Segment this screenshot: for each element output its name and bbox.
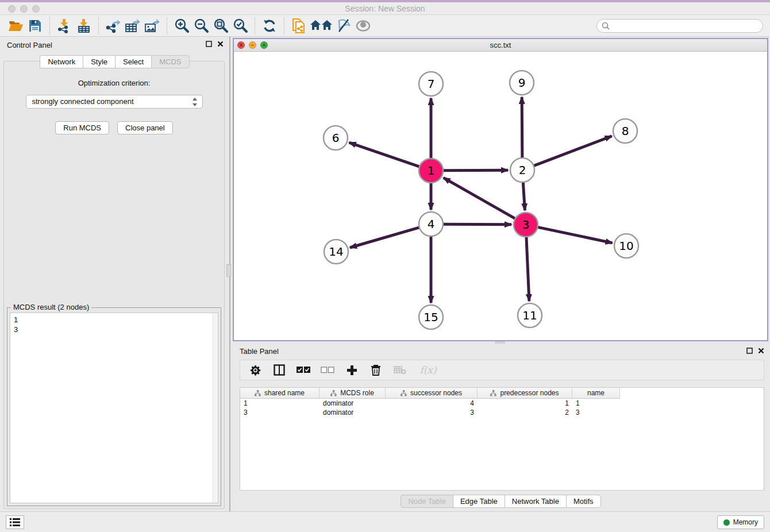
network-canvas[interactable]: 7968124314101511 bbox=[234, 52, 767, 340]
export-table-icon[interactable] bbox=[123, 17, 143, 35]
node-table[interactable]: shared nameMCDS rolesuccessor nodesprede… bbox=[240, 387, 764, 491]
open-session-icon[interactable] bbox=[6, 17, 25, 35]
table-row[interactable]: 3dominator323 bbox=[240, 408, 764, 417]
close-panel-button[interactable]: Close panel bbox=[117, 121, 173, 134]
memory-button[interactable]: Memory bbox=[717, 515, 764, 529]
mcds-result-textarea[interactable]: 1 3 bbox=[10, 313, 218, 503]
network-view-window: × − + scc.txt 7968124314101511 bbox=[233, 38, 768, 341]
network-window-title: scc.txt bbox=[234, 41, 767, 49]
edge-4-14[interactable] bbox=[350, 228, 419, 248]
column-header-label: shared name bbox=[264, 389, 305, 397]
network-window-titlebar[interactable]: × − + scc.txt bbox=[234, 39, 767, 52]
show-all-icon[interactable] bbox=[353, 17, 373, 35]
node-label-3: 3 bbox=[522, 218, 530, 232]
table-tab-edge-table[interactable]: Edge Table bbox=[453, 495, 505, 508]
table-cell[interactable]: 1 bbox=[478, 399, 572, 408]
criterion-select[interactable]: strongly connected component bbox=[26, 95, 203, 109]
float-table-panel-icon[interactable] bbox=[746, 348, 753, 354]
close-table-panel-icon[interactable] bbox=[758, 348, 764, 354]
deselect-all-rows-icon[interactable] bbox=[321, 363, 334, 377]
table-cell[interactable]: 3 bbox=[240, 408, 319, 417]
search-field[interactable] bbox=[596, 19, 763, 33]
table-tab-node-table[interactable]: Node Table bbox=[401, 495, 453, 508]
refresh-layout-icon[interactable] bbox=[260, 17, 279, 35]
zoom-selected-icon[interactable] bbox=[230, 17, 250, 35]
title-bar: Session: New Session bbox=[0, 0, 770, 15]
select-stepper-icon bbox=[192, 98, 198, 107]
node-label-1: 1 bbox=[428, 164, 435, 178]
control-tab-select[interactable]: Select bbox=[115, 55, 151, 68]
zoom-out-icon[interactable] bbox=[191, 17, 211, 35]
mcds-panel: Optimization criterion: strongly connect… bbox=[3, 61, 225, 509]
control-panel-tabs: NetworkStyleSelectMCDS bbox=[0, 55, 229, 68]
edge-3-1[interactable] bbox=[444, 178, 515, 218]
column-header-predecessor-nodes[interactable]: predecessor nodes bbox=[478, 388, 572, 399]
edge-3-11[interactable] bbox=[526, 237, 529, 301]
export-network-icon[interactable] bbox=[103, 17, 123, 35]
result-scrollbar[interactable] bbox=[213, 313, 218, 503]
column-header-label: name bbox=[587, 389, 605, 397]
application-window: Session: New Session bbox=[0, 0, 770, 532]
task-history-button[interactable] bbox=[6, 515, 24, 529]
table-settings-icon[interactable] bbox=[248, 363, 262, 377]
table-tab-motifs[interactable]: Motifs bbox=[566, 495, 601, 508]
control-tab-style[interactable]: Style bbox=[83, 55, 115, 68]
table-row[interactable]: 1dominator411 bbox=[240, 399, 764, 408]
edge-4-3[interactable] bbox=[443, 224, 511, 225]
node-label-2: 2 bbox=[519, 163, 526, 177]
table-cell[interactable]: 1 bbox=[240, 399, 319, 408]
criterion-selected-value: strongly connected component bbox=[32, 97, 134, 106]
column-header-label: MCDS role bbox=[340, 389, 374, 397]
control-tab-mcds[interactable]: MCDS bbox=[151, 55, 189, 68]
column-type-icon bbox=[401, 390, 407, 396]
node-label-10: 10 bbox=[619, 239, 633, 253]
table-cell[interactable]: 3 bbox=[386, 408, 478, 417]
close-panel-icon[interactable] bbox=[217, 41, 224, 47]
table-panel-title: Table Panel bbox=[240, 347, 279, 356]
save-session-icon[interactable] bbox=[25, 17, 45, 35]
import-network-icon[interactable] bbox=[55, 17, 74, 35]
search-input[interactable] bbox=[613, 22, 763, 30]
run-mcds-button[interactable]: Run MCDS bbox=[55, 121, 109, 134]
table-header-row: shared nameMCDS rolesuccessor nodesprede… bbox=[240, 388, 764, 399]
network-overview-icon[interactable] bbox=[309, 17, 334, 35]
edge-3-10[interactable] bbox=[538, 227, 613, 242]
column-header-successor-nodes[interactable]: successor nodes bbox=[386, 388, 478, 399]
float-panel-icon[interactable] bbox=[206, 41, 212, 47]
edge-2-8[interactable] bbox=[534, 136, 612, 166]
table-tab-network-table[interactable]: Network Table bbox=[505, 495, 566, 508]
edge-1-6[interactable] bbox=[349, 142, 419, 167]
table-cell[interactable]: 4 bbox=[386, 399, 478, 408]
table-cell[interactable]: 1 bbox=[572, 399, 620, 408]
export-image-icon[interactable] bbox=[143, 17, 162, 35]
node-label-9: 9 bbox=[518, 76, 526, 90]
toolbar-separator bbox=[167, 17, 167, 34]
edge-2-9[interactable] bbox=[522, 97, 522, 158]
add-column-icon[interactable] bbox=[345, 363, 359, 377]
node-label-11: 11 bbox=[522, 309, 537, 322]
select-all-rows-icon[interactable] bbox=[297, 363, 310, 377]
node-label-7: 7 bbox=[428, 77, 435, 91]
table-cell[interactable]: 3 bbox=[572, 408, 620, 417]
column-manager-icon[interactable] bbox=[272, 363, 286, 377]
table-cell[interactable]: dominator bbox=[319, 399, 386, 408]
column-header-MCDS-role[interactable]: MCDS role bbox=[319, 388, 386, 399]
delete-column-icon[interactable] bbox=[369, 363, 383, 377]
vertical-splitter-handle[interactable] bbox=[226, 264, 231, 277]
status-bar: Memory bbox=[0, 511, 770, 532]
zoom-fit-icon[interactable] bbox=[211, 17, 230, 35]
node-label-14: 14 bbox=[329, 245, 343, 259]
hide-selected-icon[interactable] bbox=[334, 17, 353, 35]
table-cell[interactable]: 2 bbox=[478, 408, 572, 417]
edge-1-2[interactable] bbox=[443, 170, 508, 171]
zoom-in-icon[interactable] bbox=[172, 17, 191, 35]
session-title: Session: New Session bbox=[0, 4, 770, 13]
function-builder-icon: f(x) bbox=[417, 363, 439, 377]
import-table-icon[interactable] bbox=[74, 17, 94, 35]
edge-2-3[interactable] bbox=[523, 182, 525, 210]
clone-network-icon[interactable] bbox=[289, 17, 309, 35]
table-cell[interactable]: dominator bbox=[319, 408, 386, 417]
column-header-shared-name[interactable]: shared name bbox=[240, 388, 319, 399]
control-tab-network[interactable]: Network bbox=[40, 55, 83, 68]
column-header-name[interactable]: name bbox=[572, 388, 620, 399]
